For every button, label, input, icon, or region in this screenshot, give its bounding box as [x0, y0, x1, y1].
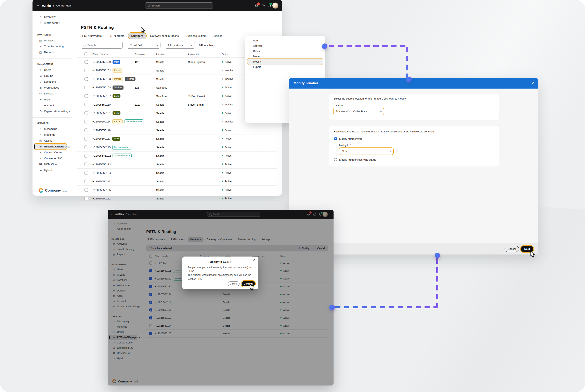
menu-item-add[interactable]: Add	[248, 38, 323, 43]
row-checkbox[interactable]	[84, 86, 88, 89]
menu-item-activate[interactable]: Activate	[248, 43, 323, 48]
location-select[interactable]: $location-CiscoCallingPlans	[334, 108, 384, 115]
tab-pstn-orders[interactable]: PSTN orders	[106, 33, 127, 39]
tab-numbers[interactable]: Numbers	[128, 33, 146, 39]
sidebar-item-analytics[interactable]: ▥Analytics	[34, 38, 70, 44]
row-actions-kebab[interactable]: ⋮	[260, 172, 263, 174]
location-filter-dropdown[interactable]: All Locations	[165, 42, 195, 48]
tab-pstn-providers[interactable]: PSTN providers	[79, 33, 104, 39]
sidebar-item-alerts-center[interactable]: ◔Alerts center	[34, 20, 70, 26]
badge-elin: ELIN	[112, 111, 120, 115]
sidebar-item-label: Calling	[44, 139, 52, 142]
modify-reserving-status-radio[interactable]	[334, 158, 337, 161]
row-checkbox[interactable]	[84, 171, 88, 174]
row-checkbox[interactable]	[84, 94, 88, 98]
menu-item-export[interactable]: Export	[248, 64, 323, 70]
analytics-icon: ▥	[39, 39, 42, 42]
status-cell: Active	[222, 197, 232, 200]
sidebar-item-meetings[interactable]: ▫Meetings	[34, 132, 70, 138]
menu-item-delete[interactable]: Delete	[248, 48, 323, 54]
row-actions-kebab[interactable]: ⋮	[260, 138, 263, 140]
sidebar-item-ucm-cloud[interactable]: ☎UCM Cloud	[34, 161, 70, 167]
menu-item-move[interactable]: Move	[248, 54, 323, 59]
search-input[interactable]: Search	[81, 42, 123, 48]
groups-icon: ◎	[39, 74, 42, 78]
row-actions-kebab[interactable]: ⋮	[260, 146, 263, 148]
help-button[interactable]: ?	[262, 4, 265, 7]
sidebar-item-messaging[interactable]: ◌Messaging	[34, 126, 70, 132]
sidebar-item-users[interactable]: ○Users	[34, 67, 70, 73]
badge-parked: Parked	[112, 77, 123, 81]
sidebar-item-organization-settings[interactable]: ⚙Organization settings	[34, 108, 70, 114]
sidebar-item-customer-experience[interactable]: ◉Customer Experience	[34, 144, 70, 150]
sidebar-item-account[interactable]: ⌗Account	[34, 102, 70, 108]
row-actions-kebab[interactable]: ⋮	[260, 164, 263, 165]
location-cell: Seattle	[156, 112, 164, 114]
hamburger-menu-icon[interactable]: ≡	[37, 4, 39, 8]
badge-service-number: Service number	[124, 120, 144, 124]
main-window: ≡ webex Control Hub Search 6 ? ✓ ⌂Overvi…	[32, 0, 282, 196]
tab-business-texting[interactable]: Business texting	[182, 33, 208, 39]
sidebar-item-apps[interactable]: ⊡Apps	[34, 96, 70, 102]
row-checkbox[interactable]	[84, 103, 88, 106]
row-checkbox[interactable]	[84, 69, 88, 72]
select-all-checkbox[interactable]	[84, 52, 88, 56]
sidebar-item-workspaces[interactable]: ⊞Workspaces	[34, 85, 70, 90]
row-checkbox[interactable]	[84, 111, 88, 115]
sidebar-item-troubleshooting[interactable]: ∿Troubleshooting	[34, 44, 70, 49]
sidebar-item-overview[interactable]: ⌂Overview	[34, 14, 70, 20]
organization-settings-icon: ⚙	[39, 110, 42, 113]
row-checkbox[interactable]	[84, 137, 88, 140]
avatar[interactable]	[272, 2, 278, 9]
sidebar-item-connected-uc[interactable]: ≋Connected UC	[34, 156, 70, 161]
row-actions-kebab[interactable]: ⋮	[260, 189, 263, 191]
status-dot	[222, 146, 223, 148]
badge-parked: Parked	[112, 120, 123, 124]
sidebar-item-calling[interactable]: ☏Calling	[34, 138, 70, 144]
row-checkbox[interactable]	[84, 162, 88, 166]
troubleshooting-icon: ∿	[39, 45, 42, 48]
row-checkbox[interactable]	[84, 60, 88, 64]
sidebar-item-devices[interactable]: ▭Devices	[34, 90, 70, 96]
cancel-button[interactable]: Cancel	[504, 246, 519, 252]
phone-number-cell: +12025550112	[92, 197, 110, 200]
modify-number-type-radio[interactable]	[334, 137, 337, 140]
row-checkbox[interactable]	[84, 120, 88, 123]
sidebar-section-title: SERVICES	[32, 122, 72, 124]
row-checkbox[interactable]	[84, 180, 88, 183]
row-checkbox[interactable]	[84, 146, 88, 149]
row-actions-kebab[interactable]: ⋮	[260, 180, 263, 182]
sidebar-item-contact-center[interactable]: ◓Contact Center	[34, 150, 70, 156]
reports-icon: ▤	[39, 51, 42, 54]
tab-settings[interactable]: Settings	[210, 33, 226, 39]
row-checkbox[interactable]	[84, 128, 88, 132]
row-actions-kebab[interactable]: ⋮	[260, 130, 263, 131]
tab-gateway-configurations[interactable]: Gateway configurations	[147, 33, 182, 39]
row-checkbox[interactable]	[84, 188, 88, 192]
menu-item-modify[interactable]: Modify	[248, 58, 323, 64]
dialog-cancel-button[interactable]: Cancel	[228, 282, 240, 286]
device-status-button[interactable]: ✓	[268, 4, 270, 7]
row-actions-kebab[interactable]: ⋮	[260, 198, 263, 199]
sidebar-item-reports[interactable]: ▤Reports	[34, 49, 70, 55]
location-cell: Seattle	[156, 180, 164, 183]
table-row: +12025550115Service numberSeattleActive⋮	[77, 143, 277, 152]
location-cell: Seattle	[156, 197, 164, 200]
row-checkbox[interactable]	[84, 196, 88, 200]
modify-to-select[interactable]: ELIN	[339, 148, 393, 154]
phone-number-cell: +12025550134	[92, 171, 111, 174]
global-search-input[interactable]: Search	[145, 2, 213, 9]
close-icon[interactable]: ✕	[531, 81, 534, 86]
sidebar-item-locations[interactable]: ⊙Locations	[34, 79, 70, 85]
location-cell: Seattle	[156, 103, 164, 106]
badge-service-number: Service number	[112, 154, 132, 158]
sidebar-item-groups[interactable]: ◎Groups	[34, 73, 70, 79]
notifications-button[interactable]: 6	[255, 4, 258, 8]
row-checkbox[interactable]	[84, 77, 88, 81]
number-filter-dropdown[interactable]: All 842	[127, 42, 160, 48]
sidebar-item-hybrid[interactable]: ☁Hybrid	[34, 167, 70, 173]
row-actions-kebab[interactable]: ⋮	[260, 155, 263, 156]
mouse-cursor	[250, 284, 255, 290]
row-checkbox[interactable]	[84, 154, 88, 158]
phone-number-cell: +12025550102Parked	[92, 68, 123, 73]
